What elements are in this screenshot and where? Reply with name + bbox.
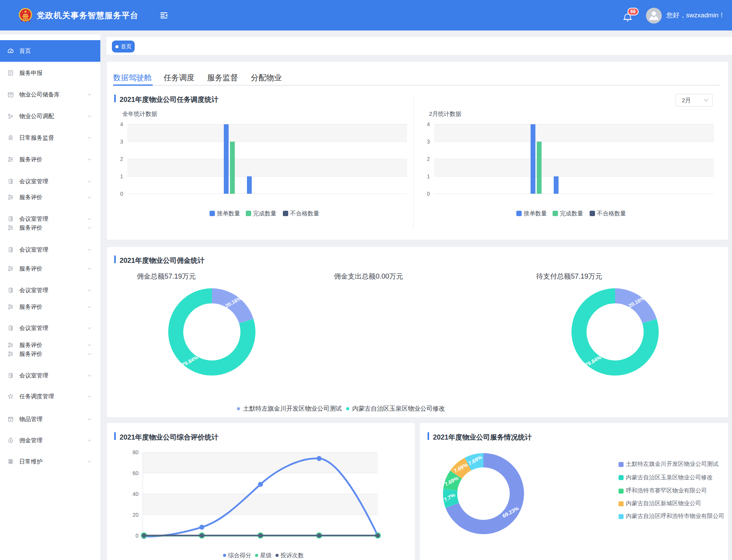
svg-text:接单数量: 接单数量	[524, 210, 547, 217]
svg-text:60: 60	[132, 470, 139, 476]
svg-text:不合格数量: 不合格数量	[290, 210, 319, 217]
svg-text:接单数量: 接单数量	[217, 210, 240, 217]
svg-text:0: 0	[135, 533, 139, 539]
svg-text:0: 0	[427, 191, 430, 197]
svg-text:0: 0	[120, 191, 123, 197]
svg-text:2: 2	[427, 156, 430, 162]
svg-text:星级: 星级	[260, 552, 272, 558]
svg-text:1: 1	[120, 173, 123, 179]
svg-text:4: 4	[120, 122, 123, 127]
svg-text:完成数量: 完成数量	[560, 210, 583, 217]
svg-text:综合得分: 综合得分	[228, 552, 251, 558]
svg-text:3: 3	[120, 139, 123, 145]
svg-text:完成数量: 完成数量	[253, 210, 276, 217]
svg-text:80: 80	[132, 449, 139, 455]
svg-text:4: 4	[427, 122, 430, 127]
svg-text:2: 2	[120, 156, 123, 162]
svg-text:40: 40	[132, 491, 139, 497]
svg-text:3: 3	[427, 139, 430, 145]
svg-text:投诉次数: 投诉次数	[281, 552, 304, 558]
svg-text:不合格数量: 不合格数量	[597, 210, 626, 217]
svg-text:20: 20	[132, 512, 139, 518]
svg-text:1: 1	[427, 173, 430, 179]
